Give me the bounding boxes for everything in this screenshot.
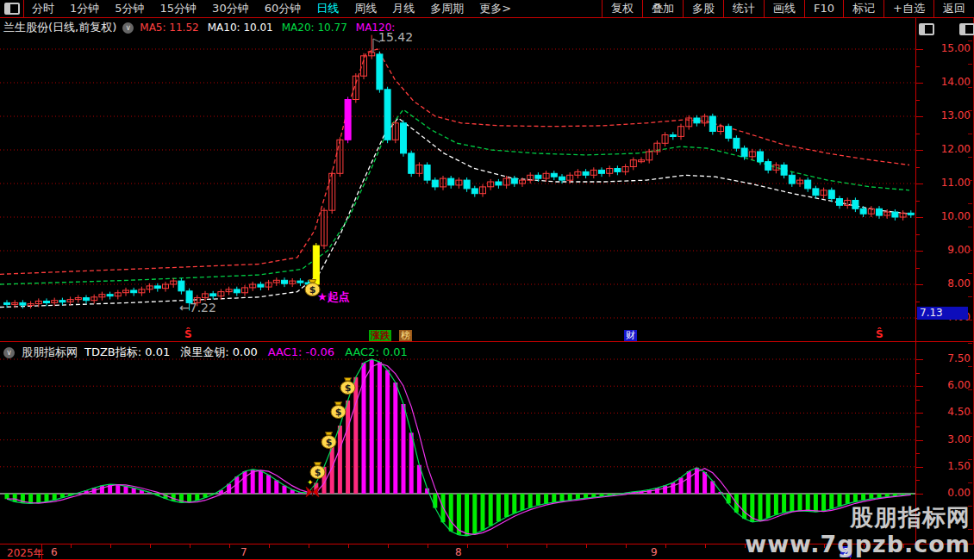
axis-tick: [916, 494, 923, 495]
time-tick: [269, 544, 270, 548]
chevron-down-icon[interactable]: ∨: [3, 347, 15, 358]
indicator-item-2: AAC1: -0.06: [268, 345, 334, 358]
tool-item-8[interactable]: 返回: [933, 0, 974, 17]
svg-text:$: $: [326, 437, 333, 448]
watermark: 股朋指标网 www.7gpzb.com: [745, 504, 971, 557]
indicator-tick-label: 1.50: [947, 460, 971, 472]
time-tick: [705, 544, 706, 548]
time-tick: [71, 544, 72, 548]
axis-tick: [916, 184, 923, 184]
axis-tick: [916, 167, 920, 168]
tool-item-4[interactable]: 画线: [764, 0, 804, 17]
trading-app-window: 分时1分钟5分钟15分钟30分钟60分钟日线周线月线多周期更多> 复权叠加多股统…: [0, 0, 974, 560]
price-tick-label: 12.00: [941, 143, 971, 155]
axis-tick: [916, 251, 923, 252]
cai-badge[interactable]: 财: [624, 330, 637, 341]
period-item-5[interactable]: 60分钟: [257, 0, 309, 17]
candlestick-canvas[interactable]: [0, 18, 915, 341]
price-tick-label: 9.00: [947, 244, 971, 256]
month-label: 8: [455, 546, 462, 558]
signal-s-icon[interactable]: Ŝ: [876, 328, 883, 340]
sparkle-icon: ✦: [307, 478, 314, 487]
bang-badge[interactable]: 榜: [399, 330, 412, 341]
period-item-7[interactable]: 周线: [347, 0, 384, 17]
axis-tick: [916, 467, 923, 468]
top-menu-bar: 分时1分钟5分钟15分钟30分钟60分钟日线周线月线多周期更多> 复权叠加多股统…: [0, 0, 974, 18]
period-item-6[interactable]: 日线: [309, 0, 347, 17]
axis-tick: [916, 66, 920, 67]
tool-item-2[interactable]: 多股: [683, 0, 723, 17]
time-tick: [388, 544, 389, 548]
ma-label-0: MA5: 11.52: [140, 22, 198, 34]
indicator-tick-label: 7.50: [947, 352, 971, 364]
axis-tick: [916, 400, 920, 401]
start-point-label: ★起点: [317, 289, 350, 305]
panel-layout-button[interactable]: [0, 0, 24, 17]
zhangdie-badge[interactable]: 涨跌: [369, 330, 391, 341]
period-item-3[interactable]: 15分钟: [153, 0, 205, 17]
tool-item-0[interactable]: 复权: [602, 0, 642, 17]
axis-tick: [916, 386, 923, 387]
signal-s-icon[interactable]: Ŝ: [184, 328, 192, 340]
axis-tick: [916, 49, 923, 50]
year-label: 2025年: [7, 546, 44, 560]
time-tick: [626, 544, 627, 548]
time-tick: [110, 544, 111, 548]
right-scrollbar[interactable]: [968, 18, 972, 544]
axis-tick: [916, 83, 923, 84]
axis-tick: [916, 134, 920, 134]
period-item-9[interactable]: 多周期: [422, 0, 471, 17]
period-item-10[interactable]: 更多>: [471, 0, 519, 17]
period-item-2[interactable]: 5分钟: [107, 0, 152, 17]
period-item-8[interactable]: 月线: [384, 0, 422, 17]
time-tick: [190, 544, 190, 548]
indicator-tick-label: 6.00: [947, 379, 971, 391]
split-window-icon: [4, 3, 20, 15]
stock-title[interactable]: 兰生股份(日线,前复权): [3, 20, 116, 35]
tool-item-7[interactable]: +自选: [883, 0, 933, 17]
indicator-item-1: 浪里金钥: 0.00: [180, 345, 257, 358]
axis-tick: [916, 373, 920, 374]
time-tick: [467, 544, 468, 548]
axis-tick: [916, 116, 923, 117]
axis-tick: [916, 268, 920, 269]
time-tick: [428, 544, 428, 548]
price-tick-label: 14.00: [941, 76, 971, 88]
tool-item-6[interactable]: 标记: [843, 0, 883, 17]
indicator-values: TDZB指标: 0.01浪里金钥: 0.00AAC1: -0.06AAC2: 0…: [84, 345, 418, 360]
axis-tick: [916, 201, 920, 202]
indicator-source[interactable]: 股朋指标网: [22, 345, 78, 360]
tool-item-5[interactable]: F10: [804, 0, 843, 17]
tool-item-3[interactable]: 统计: [723, 0, 764, 17]
period-item-1[interactable]: 1分钟: [62, 0, 107, 17]
time-tick: [229, 544, 230, 548]
axis-tick: [916, 359, 923, 360]
watermark-line2: www.7gpzb.com: [745, 531, 971, 557]
period-item-0[interactable]: 分时: [24, 0, 62, 17]
ma-label-1: MA10: 10.01: [208, 22, 273, 34]
chevron-down-icon[interactable]: ∨: [122, 22, 134, 34]
main-chart-panel[interactable]: 兰生股份(日线,前复权) ∨ MA5: 11.52MA10: 10.01MA20…: [0, 18, 974, 341]
time-tick: [665, 544, 666, 548]
axis-tick: [916, 100, 920, 101]
ma-values: MA5: 11.52MA10: 10.01MA20: 10.77MA120:: [140, 22, 403, 34]
indicator-header: ∨ 股朋指标网 TDZB指标: 0.01浪里金钥: 0.00AAC1: -0.0…: [3, 345, 418, 360]
svg-text:$: $: [309, 284, 316, 296]
time-tick: [586, 544, 587, 548]
indicator-tick-label: 0.00: [947, 487, 971, 499]
indicator-item-0: TDZB指标: 0.01: [84, 345, 170, 358]
axis-tick: [916, 217, 923, 218]
chart-title-row: 兰生股份(日线,前复权) ∨ MA5: 11.52MA10: 10.01MA20…: [3, 20, 403, 35]
price-axis: 7.13 15.0014.0013.0012.0011.0010.009.008…: [915, 18, 974, 341]
time-tick: [150, 544, 151, 548]
low-price-label: ←7.22: [179, 301, 216, 314]
price-tick-label: 10.00: [941, 210, 971, 222]
axis-divider: [41, 544, 42, 559]
tool-item-1[interactable]: 叠加: [642, 0, 683, 17]
time-tick: [546, 544, 547, 548]
time-tick: [507, 544, 508, 548]
period-item-4[interactable]: 30分钟: [204, 0, 257, 17]
price-tick-label: 13.00: [941, 109, 971, 121]
split-window-icon[interactable]: [919, 23, 934, 35]
svg-text:$: $: [315, 467, 322, 478]
